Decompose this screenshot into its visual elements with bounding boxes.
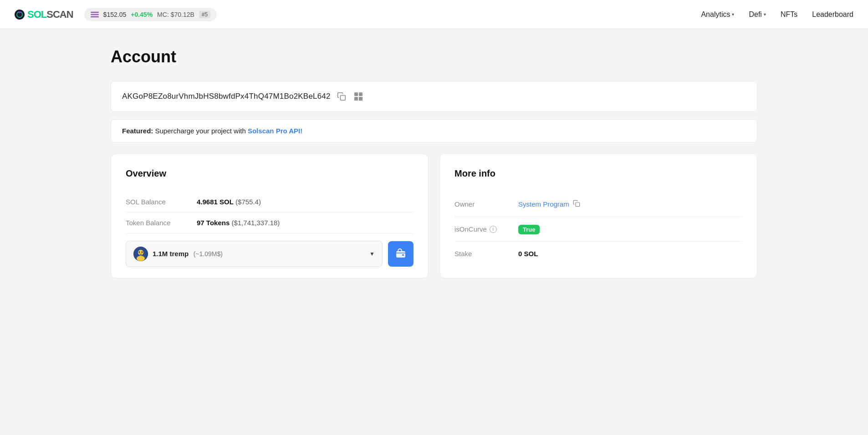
- is-on-curve-value: True: [518, 225, 540, 233]
- is-on-curve-badge: True: [518, 225, 540, 234]
- sol-market-cap-label: MC: $70.12B: [157, 11, 194, 18]
- sol-balance-amount: 4.9681 SOL: [197, 198, 234, 206]
- stake-value: 0 SOL: [518, 250, 538, 258]
- featured-label: Featured:: [122, 127, 153, 135]
- svg-rect-24: [576, 202, 580, 207]
- svg-rect-14: [355, 94, 357, 95]
- owner-value: System Program: [518, 200, 581, 208]
- svg-rect-23: [402, 254, 404, 256]
- defi-chevron-icon: ▾: [764, 12, 766, 17]
- cards-row: Overview SOL Balance 4.9681 SOL ($755.4)…: [111, 153, 757, 278]
- svg-point-19: [137, 256, 145, 261]
- copy-address-button[interactable]: [336, 91, 347, 102]
- nav-analytics[interactable]: Analytics ▾: [701, 10, 734, 19]
- svg-rect-12: [359, 99, 361, 101]
- token-name-text: 1.1M tremp: [153, 250, 189, 258]
- token-chevron-icon: ▼: [369, 251, 375, 257]
- sol-price-pill[interactable]: $152.05 +0.45% MC: $70.12B #5: [84, 8, 217, 21]
- overview-title: Overview: [126, 168, 414, 179]
- sol-balance-usd: ($755.4): [235, 198, 261, 206]
- logo-icon: [15, 10, 25, 20]
- stake-row: Stake 0 SOL: [454, 242, 742, 266]
- copy-icon: [337, 92, 346, 101]
- svg-rect-22: [396, 251, 405, 258]
- svg-rect-10: [359, 97, 361, 99]
- nav-leaderboard[interactable]: Leaderboard: [812, 10, 853, 19]
- token-wallet-button[interactable]: [388, 241, 414, 267]
- copy-owner-icon: [573, 200, 580, 207]
- site-header: SOLSCAN $152.05 +0.45% MC: $70.12B #5 An…: [0, 0, 868, 29]
- svg-point-20: [139, 252, 140, 253]
- token-usd-text: (~1.09M$): [194, 250, 223, 258]
- svg-rect-6: [340, 96, 345, 101]
- token-balance-value: 97 Tokens ($1,741,337.18): [197, 219, 280, 227]
- sol-rank: #5: [199, 11, 210, 18]
- svg-point-2: [19, 11, 20, 13]
- overview-card: Overview SOL Balance 4.9681 SOL ($755.4)…: [111, 153, 429, 278]
- copy-owner-button[interactable]: [572, 200, 581, 208]
- main-content: Account AKGoP8EZo8urVhmJbHS8bwfdPx4ThQ47…: [92, 29, 776, 297]
- featured-text: Supercharge your project with: [155, 127, 248, 135]
- more-info-title: More info: [454, 168, 742, 179]
- owner-row: Owner System Program: [454, 192, 742, 217]
- stake-label: Stake: [454, 250, 518, 258]
- token-selector[interactable]: 1.1M tremp (~1.09M$) ▼: [126, 241, 383, 267]
- system-program-link[interactable]: System Program: [518, 200, 581, 208]
- token-selector-area: 1.1M tremp (~1.09M$) ▼: [126, 241, 414, 267]
- token-balance-label: Token Balance: [126, 219, 189, 227]
- sol-balance-label: SOL Balance: [126, 198, 189, 206]
- token-balance-amount: 97 Tokens: [197, 219, 230, 227]
- token-balance-usd: ($1,741,337.18): [231, 219, 280, 227]
- svg-rect-13: [361, 99, 362, 101]
- token-name: 1.1M tremp (~1.09M$): [153, 250, 223, 258]
- svg-rect-15: [360, 94, 361, 95]
- sol-balance-value: 4.9681 SOL ($755.4): [197, 198, 261, 206]
- token-avatar: [133, 247, 148, 261]
- sol-stack-icon: [91, 10, 99, 19]
- address-bar: AKGoP8EZo8urVhmJbHS8bwfdPx4ThQ47M1Bo2KBe…: [111, 81, 757, 112]
- wallet-address: AKGoP8EZo8urVhmJbHS8bwfdPx4ThQ47M1Bo2KBe…: [122, 92, 331, 101]
- featured-link[interactable]: Solscan Pro API!: [248, 127, 302, 135]
- tremp-avatar-icon: [133, 247, 148, 261]
- logo-text: SOLSCAN: [27, 9, 73, 20]
- qr-code-icon: [353, 91, 363, 101]
- is-on-curve-label: isOnCurve i: [454, 225, 518, 233]
- is-on-curve-info-icon[interactable]: i: [490, 226, 497, 233]
- sol-mc-value: $70.12B: [171, 11, 194, 18]
- more-info-card: More info Owner System Program: [439, 153, 757, 278]
- sol-balance-row: SOL Balance 4.9681 SOL ($755.4): [126, 192, 414, 212]
- main-nav: Analytics ▾ Defi ▾ NFTs Leaderboard: [701, 10, 853, 19]
- owner-label: Owner: [454, 200, 518, 208]
- svg-point-21: [142, 252, 143, 253]
- sol-price: $152.05: [103, 11, 127, 18]
- svg-point-0: [15, 10, 25, 20]
- qr-code-button[interactable]: [352, 91, 364, 102]
- svg-rect-4: [91, 14, 99, 15]
- featured-banner: Featured: Supercharge your project with …: [111, 119, 757, 142]
- analytics-chevron-icon: ▾: [732, 12, 734, 17]
- wallet-icon: [395, 248, 406, 259]
- nav-nfts[interactable]: NFTs: [781, 10, 797, 19]
- nav-defi[interactable]: Defi ▾: [749, 10, 766, 19]
- svg-rect-5: [91, 16, 99, 17]
- svg-rect-11: [361, 97, 362, 99]
- page-title: Account: [111, 47, 757, 66]
- logo[interactable]: SOLSCAN: [15, 9, 73, 20]
- svg-rect-3: [91, 11, 99, 13]
- sol-price-change: +0.45%: [131, 11, 153, 18]
- is-on-curve-row: isOnCurve i True: [454, 217, 742, 242]
- svg-rect-16: [355, 98, 357, 100]
- token-balance-row: Token Balance 97 Tokens ($1,741,337.18): [126, 212, 414, 233]
